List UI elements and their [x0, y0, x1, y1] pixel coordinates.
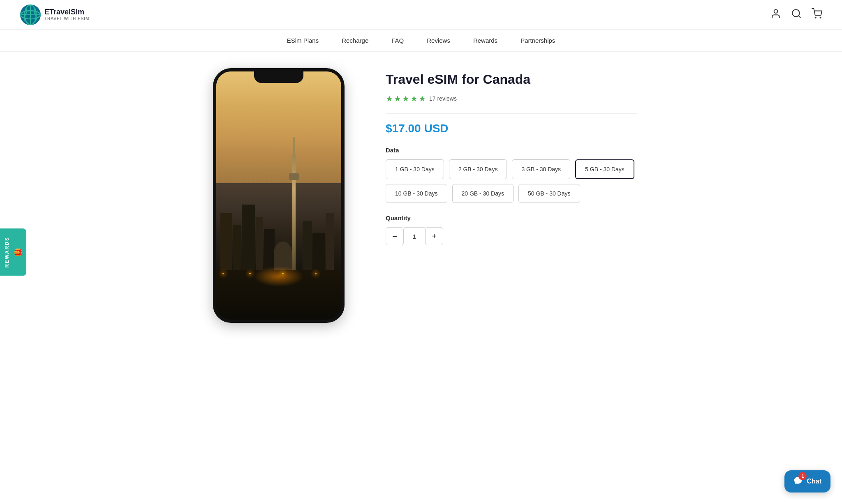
nav-item-faq[interactable]: FAQ — [391, 37, 404, 44]
svg-point-9 — [820, 17, 821, 18]
header: ETravelSim TRAVEL WITH ESIM — [0, 0, 842, 30]
header-icons — [770, 8, 822, 21]
quantity-control: − 1 + — [386, 227, 637, 245]
rewards-gift-icon: 🎁 — [13, 248, 23, 257]
data-option-3gb[interactable]: 3 GB - 30 Days — [512, 159, 570, 179]
search-icon[interactable] — [791, 8, 802, 21]
review-count[interactable]: 17 reviews — [429, 95, 457, 102]
nav-item-reviews[interactable]: Reviews — [427, 37, 450, 44]
price-divider — [386, 113, 637, 114]
data-option-50gb[interactable]: 50 GB - 30 Days — [518, 184, 580, 203]
star-rating[interactable]: ★ ★ ★ ★ ★ — [386, 94, 426, 104]
quantity-label: Quantity — [386, 214, 637, 221]
account-icon[interactable] — [770, 8, 781, 21]
data-option-2gb[interactable]: 2 GB - 30 Days — [449, 159, 507, 179]
logo-brand-text: ETravelSim — [44, 8, 89, 16]
quantity-increase-button[interactable]: + — [425, 227, 443, 245]
star-3: ★ — [402, 94, 409, 104]
data-section-label: Data — [386, 147, 637, 154]
phone-notch — [254, 71, 303, 83]
logo-tagline: TRAVEL WITH ESIM — [44, 16, 89, 21]
star-4: ★ — [410, 94, 418, 104]
product-price: $17.00 USD — [386, 122, 637, 135]
reviews-row: ★ ★ ★ ★ ★ 17 reviews — [386, 94, 637, 104]
phone-screen — [216, 71, 341, 320]
product-info: Travel eSIM for Canada ★ ★ ★ ★ ★ 17 revi… — [386, 68, 637, 323]
nav-item-rewards[interactable]: Rewards — [473, 37, 497, 44]
nav-item-recharge[interactable]: Recharge — [342, 37, 368, 44]
star-1: ★ — [386, 94, 393, 104]
phone-mockup — [213, 68, 345, 323]
rewards-sidebar[interactable]: 🎁 REWARDS — [0, 228, 26, 276]
data-option-20gb[interactable]: 20 GB - 30 Days — [452, 184, 514, 203]
star-5: ★ — [419, 94, 426, 104]
quantity-value: 1 — [404, 227, 425, 245]
data-options-grid: 1 GB - 30 Days 2 GB - 30 Days 3 GB - 30 … — [386, 159, 637, 203]
data-option-5gb[interactable]: 5 GB - 30 Days — [575, 159, 634, 179]
product-title: Travel eSIM for Canada — [386, 71, 637, 87]
data-option-1gb[interactable]: 1 GB - 30 Days — [386, 159, 444, 179]
quantity-decrease-button[interactable]: − — [386, 227, 404, 245]
rewards-label: REWARDS — [4, 237, 10, 267]
cart-icon[interactable] — [812, 8, 822, 21]
star-2: ★ — [394, 94, 401, 104]
nav-item-partnerships[interactable]: Partnerships — [520, 37, 555, 44]
main-content: Travel eSIM for Canada ★ ★ ★ ★ ★ 17 revi… — [195, 52, 647, 339]
svg-point-5 — [774, 9, 778, 13]
logo[interactable]: ETravelSim TRAVEL WITH ESIM — [20, 4, 89, 25]
product-image-container — [205, 68, 353, 323]
nav-item-esim-plans[interactable]: ESim Plans — [287, 37, 319, 44]
svg-point-8 — [815, 17, 816, 18]
data-option-10gb[interactable]: 10 GB - 30 Days — [386, 184, 447, 203]
main-nav: ESim Plans Recharge FAQ Reviews Rewards … — [0, 30, 842, 52]
svg-line-7 — [798, 16, 800, 18]
